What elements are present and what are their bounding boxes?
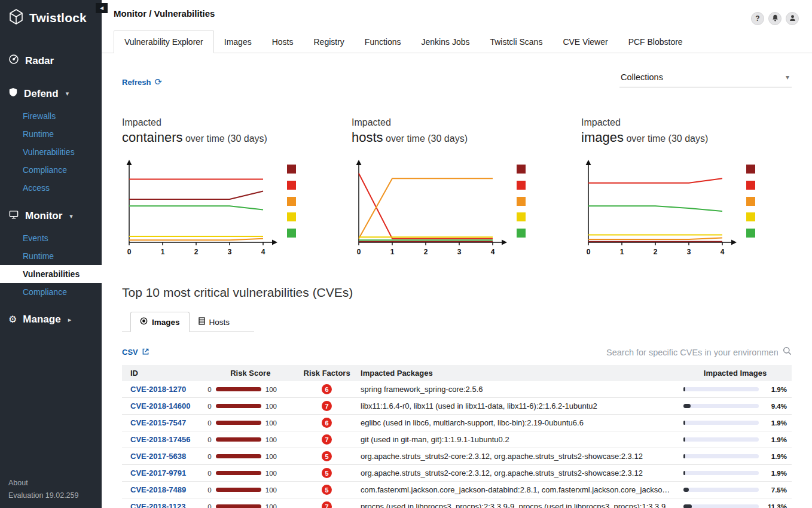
sidebar-subitem-defend-runtime[interactable]: Runtime <box>0 125 102 143</box>
about-link[interactable]: About <box>8 479 93 487</box>
risk-factors-badge[interactable]: 5 <box>322 451 332 461</box>
risk-score-min: 0 <box>207 386 211 393</box>
gear-icon: ⚙ <box>8 314 17 326</box>
svg-text:0: 0 <box>587 248 591 256</box>
cve-id-link[interactable]: CVE-2018-1123 <box>130 502 186 508</box>
risk-factors-badge[interactable]: 6 <box>322 384 332 394</box>
app-logo: Twistlock <box>0 0 102 32</box>
cve-id-link[interactable]: CVE-2018-17456 <box>130 435 190 444</box>
legend-swatch-low <box>287 212 296 221</box>
sidebar-subitem-defend-firewalls[interactable]: Firewalls <box>0 107 102 125</box>
user-avatar[interactable] <box>786 12 799 25</box>
sidebar-collapse-button[interactable]: ◀ <box>96 3 108 13</box>
tab-images[interactable]: Images <box>130 312 190 332</box>
cve-id-link[interactable]: CVE-2018-14600 <box>130 401 190 410</box>
risk-factors-badge[interactable]: 5 <box>322 468 332 478</box>
impacted-packages-cell: spring framework_spring-core:2.5.6 <box>356 381 679 398</box>
hosts-icon <box>199 317 205 327</box>
chart-title-suffix: over time (30 days) <box>185 133 267 144</box>
tab-jenkins-jobs[interactable]: Jenkins Jobs <box>411 31 480 53</box>
chevron-down-icon: ▾ <box>786 73 789 81</box>
svg-text:0: 0 <box>357 248 361 256</box>
csv-export-button[interactable]: CSV <box>122 348 149 357</box>
sidebar-subitem-monitor-events[interactable]: Events <box>0 229 102 247</box>
sidebar-subitem-defend-vulnerabilities[interactable]: Vulnerabilities <box>0 143 102 161</box>
tab-vulnerability-explorer[interactable]: Vulnerability Explorer <box>114 31 214 53</box>
cve-id-link[interactable]: CVE-2018-7489 <box>130 485 186 494</box>
legend-swatch-negligible <box>517 229 526 238</box>
risk-factors-badge[interactable]: 7 <box>322 501 332 508</box>
legend-swatch-high <box>287 181 296 190</box>
risk-factors-badge[interactable]: 7 <box>322 434 332 445</box>
user-icon <box>789 14 796 24</box>
sidebar-item-manage[interactable]: ⚙Manage▸ <box>0 307 102 332</box>
impacted-packages-cell: libx11:1.6.4-r0, libx11 (used in libx11-… <box>356 398 679 415</box>
risk-score-max: 100 <box>265 403 277 410</box>
legend-swatch-negligible <box>287 229 296 238</box>
help-icon: ? <box>755 14 759 23</box>
risk-factors-badge[interactable]: 6 <box>322 418 332 428</box>
search-input[interactable] <box>606 348 778 357</box>
search-icon <box>783 346 792 358</box>
tab-pcf-blobstore[interactable]: PCF Blobstore <box>618 31 693 53</box>
main-tabs: Vulnerability ExplorerImagesHostsRegistr… <box>102 31 812 53</box>
impacted-images-percent: 11.3% <box>768 503 787 508</box>
tab-images[interactable]: Images <box>214 31 262 53</box>
risk-score-max: 100 <box>265 470 277 477</box>
sidebar-subitem-monitor-vulnerabilities[interactable]: Vulnerabilities <box>0 265 102 283</box>
risk-factors-badge[interactable]: 7 <box>322 401 332 411</box>
table-row: CVE-2018-1460001007libx11:1.6.4-r0, libx… <box>122 398 792 415</box>
topbar-icons: ? <box>751 12 799 25</box>
legend-swatch-medium <box>517 197 526 206</box>
table-row: CVE-2018-112301007procps (used in libpro… <box>122 498 792 508</box>
toolbar: Refresh ⟳ Collections ▾ <box>122 70 792 87</box>
sidebar-subitem-defend-compliance[interactable]: Compliance <box>0 161 102 179</box>
risk-score-bar <box>216 504 261 508</box>
column-header-id[interactable]: ID <box>122 365 203 381</box>
cve-id-link[interactable]: CVE-2018-1270 <box>130 385 186 394</box>
version-label: Evaluation 19.02.259 <box>8 491 93 500</box>
sidebar-item-radar[interactable]: Radar <box>0 47 102 74</box>
main-area: Monitor / Vulnerabilities ? Vulnerabilit… <box>102 0 812 508</box>
cve-table: IDRisk ScoreRisk FactorsImpacted Package… <box>122 365 792 508</box>
sidebar-subitem-monitor-runtime[interactable]: Runtime <box>0 247 102 265</box>
risk-score-bar <box>216 404 261 408</box>
svg-text:0: 0 <box>127 248 132 256</box>
impacted-images-fill <box>683 471 685 475</box>
impacted-images-bar <box>683 437 759 442</box>
sidebar-item-defend[interactable]: Defend▾ <box>0 80 102 107</box>
cve-id-link[interactable]: CVE-2017-5638 <box>130 452 186 461</box>
risk-score-bar <box>216 471 261 475</box>
notifications-button[interactable] <box>768 12 782 25</box>
tab-twistcli-scans[interactable]: Twistcli Scans <box>480 31 552 53</box>
sidebar-subitem-monitor-compliance[interactable]: Compliance <box>0 283 102 301</box>
impacted-images-bar <box>683 454 759 458</box>
cve-id-link[interactable]: CVE-2015-7547 <box>130 418 186 427</box>
tab-functions[interactable]: Functions <box>355 31 411 53</box>
cve-view-tabs: Images Hosts <box>122 312 254 332</box>
tab-hosts[interactable]: Hosts <box>262 31 304 53</box>
sidebar-subitem-defend-access[interactable]: Access <box>0 179 102 197</box>
column-header-risk-factors[interactable]: Risk Factors <box>298 365 356 381</box>
risk-factors-badge[interactable]: 5 <box>322 485 332 495</box>
cve-id-link[interactable]: CVE-2017-9791 <box>130 469 186 477</box>
column-header-risk-score[interactable]: Risk Score <box>203 365 298 381</box>
sidebar-item-label: Manage <box>23 314 60 326</box>
section-title: Top 10 most critical vulnerabilities (CV… <box>122 285 792 300</box>
legend-swatch-critical <box>287 165 296 174</box>
risk-score-bar <box>216 437 261 442</box>
sidebar-item-monitor[interactable]: Monitor▾ <box>0 203 102 229</box>
table-toolbar: CSV <box>122 346 792 358</box>
refresh-button[interactable]: Refresh ⟳ <box>122 77 162 87</box>
impacted-images-percent: 1.9% <box>771 470 787 477</box>
tab-hosts[interactable]: Hosts <box>190 312 239 331</box>
tab-cve-viewer[interactable]: CVE Viewer <box>552 31 618 53</box>
column-header-impacted-images[interactable]: Impacted Images <box>679 365 792 381</box>
impacted-images-percent: 7.5% <box>771 486 787 494</box>
tab-registry[interactable]: Registry <box>303 31 354 53</box>
help-button[interactable]: ? <box>751 12 764 25</box>
chart-title-prefix: Impacted <box>122 117 319 128</box>
impacted-packages-cell: eglibc (used in libc6, multiarch-support… <box>356 415 679 431</box>
column-header-impacted-packages[interactable]: Impacted Packages <box>356 365 679 381</box>
collections-dropdown[interactable]: Collections ▾ <box>619 70 792 87</box>
